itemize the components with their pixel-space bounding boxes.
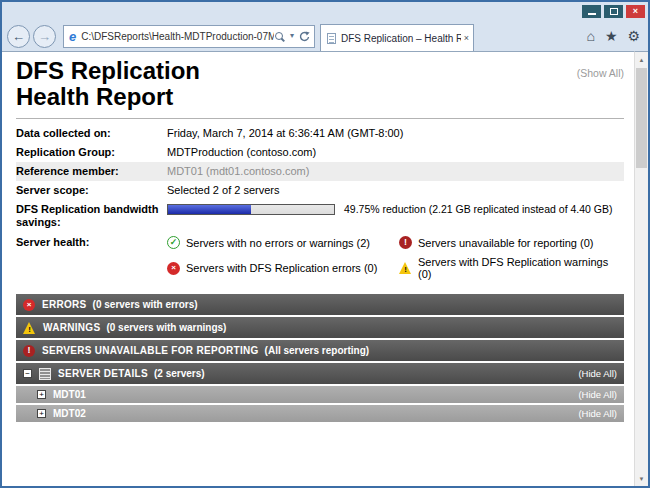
field-label: Replication Group: <box>16 146 167 159</box>
address-url[interactable]: C:\DFSReports\Health-MDTProduction-07M <box>81 31 274 42</box>
scroll-up-icon[interactable]: ▲ <box>635 52 648 67</box>
scroll-down-icon[interactable]: ▼ <box>635 471 648 486</box>
field-value: MDTProduction (contoso.com) <box>167 146 316 159</box>
bandwidth-value: 49.75% reduction (2.21 GB replicated ins… <box>167 203 613 215</box>
section-server-details[interactable]: − SERVER DETAILS (2 servers) (Hide All) <box>16 363 624 384</box>
back-icon: ← <box>12 29 25 44</box>
report-title: DFS Replication Health Report <box>16 58 624 110</box>
hide-all-link[interactable]: (Hide All) <box>578 389 617 400</box>
tab-close-icon[interactable]: × <box>464 33 469 43</box>
field-label: DFS Replication bandwidth savings: <box>16 203 167 229</box>
forward-icon: → <box>38 29 51 44</box>
section-detail: (2 servers) <box>154 368 205 379</box>
health-report: DFS Replication Health Report (Show All)… <box>2 52 634 486</box>
expand-icon[interactable]: + <box>37 390 46 399</box>
page-icon <box>327 33 336 44</box>
health-item: ! Servers with DFS Replication warnings … <box>399 256 624 280</box>
report-sections: × ERRORS (0 servers with errors) ! WARNI… <box>16 294 624 422</box>
section-title: ERRORS <box>42 299 87 310</box>
report-title-line1: DFS Replication <box>16 58 624 84</box>
error-icon: × <box>23 299 35 311</box>
vertical-scrollbar[interactable]: ▲ ▼ <box>634 51 648 486</box>
server-name: MDT02 <box>53 408 86 419</box>
server-name: MDT01 <box>53 389 86 400</box>
report-title-line2: Health Report <box>16 84 624 110</box>
address-dropdown-icon[interactable]: ▾ <box>290 32 294 40</box>
field-value: Selected 2 of 2 servers <box>167 184 280 197</box>
toolbar-right-icons: ⌂ ★ ⚙ <box>586 29 648 43</box>
field-row-scope: Server scope: Selected 2 of 2 servers <box>16 181 624 200</box>
red-unavailable-icon: ! <box>399 236 412 249</box>
health-item: ! Servers unavailable for reporting (0) <box>399 236 624 249</box>
expand-icon[interactable]: + <box>37 409 46 418</box>
forward-button[interactable]: → <box>33 25 56 48</box>
health-text: Servers unavailable for reporting (0) <box>418 237 593 249</box>
field-label: Data collected on: <box>16 127 167 140</box>
address-bar[interactable]: e C:\DFSReports\Health-MDTProduction-07M… <box>63 25 315 48</box>
home-icon[interactable]: ⌂ <box>586 29 594 43</box>
maximize-button[interactable] <box>604 5 623 18</box>
title-divider <box>16 118 624 119</box>
scrollbar-thumb[interactable] <box>636 68 647 168</box>
section-detail: (0 servers with warnings) <box>106 322 226 333</box>
search-icon[interactable] <box>274 31 285 42</box>
section-errors[interactable]: × ERRORS (0 servers with errors) <box>16 294 624 315</box>
collapse-icon[interactable]: − <box>23 369 32 378</box>
page-content: DFS Replication Health Report (Show All)… <box>2 51 634 486</box>
server-health-row: Server health: ✓ Servers with no errors … <box>16 232 624 284</box>
section-title: SERVERS UNAVAILABLE FOR REPORTING <box>42 345 259 356</box>
field-value: MDT01 (mdt01.contoso.com) <box>167 165 309 178</box>
field-label: Server health: <box>16 236 167 249</box>
server-row-mdt02[interactable]: + MDT02 (Hide All) <box>16 405 624 422</box>
bandwidth-progress-fill <box>168 205 251 214</box>
section-unavailable[interactable]: ! SERVERS UNAVAILABLE FOR REPORTING (All… <box>16 340 624 361</box>
server-health-grid: ✓ Servers with no errors or warnings (2)… <box>167 236 624 280</box>
show-all-link[interactable]: (Show All) <box>577 67 624 79</box>
field-value: Friday, March 7, 2014 at 6:36:41 AM (GMT… <box>167 127 403 140</box>
tab-title: DFS Replication – Health Re... <box>341 33 461 44</box>
field-row-collected: Data collected on: Friday, March 7, 2014… <box>16 124 624 143</box>
field-row-group: Replication Group: MDTProduction (contos… <box>16 143 624 162</box>
server-row-mdt01[interactable]: + MDT01 (Hide All) <box>16 386 624 403</box>
warning-icon: ! <box>23 322 36 334</box>
field-label: Server scope: <box>16 184 167 197</box>
settings-icon[interactable]: ⚙ <box>627 29 640 43</box>
field-label: Reference member: <box>16 165 167 178</box>
hide-all-link[interactable]: (Hide All) <box>578 408 617 419</box>
browser-tab[interactable]: DFS Replication – Health Re... × <box>320 24 474 51</box>
browser-window: × ← → e C:\DFSReports\Health-MDTProducti… <box>0 0 650 488</box>
close-button[interactable]: × <box>626 5 645 18</box>
section-title: WARNINGS <box>43 322 100 333</box>
browser-toolbar: ← → e C:\DFSReports\Health-MDTProduction… <box>2 21 648 51</box>
section-warnings[interactable]: ! WARNINGS (0 servers with warnings) <box>16 317 624 338</box>
minimize-icon <box>588 13 596 15</box>
health-text: Servers with DFS Replication warnings (0… <box>418 256 624 280</box>
minimize-button[interactable] <box>582 5 601 18</box>
maximize-icon <box>610 8 618 15</box>
unavailable-icon: ! <box>23 345 35 357</box>
favorites-icon[interactable]: ★ <box>605 29 618 43</box>
green-check-icon: ✓ <box>167 236 180 249</box>
health-item: ✓ Servers with no errors or warnings (2) <box>167 236 399 249</box>
bandwidth-text: 49.75% reduction (2.21 GB replicated ins… <box>344 203 613 215</box>
ie-icon: e <box>69 29 76 44</box>
window-titlebar[interactable]: × <box>2 2 648 21</box>
red-error-icon: × <box>167 262 180 275</box>
hide-all-link[interactable]: (Hide All) <box>578 368 617 379</box>
section-detail: (All servers reporting) <box>265 345 369 356</box>
section-detail: (0 servers with errors) <box>93 299 198 310</box>
refresh-icon[interactable] <box>299 31 310 42</box>
health-text: Servers with DFS Replication errors (0) <box>186 262 377 274</box>
bandwidth-progress-bar <box>167 204 335 215</box>
back-button[interactable]: ← <box>7 25 30 48</box>
health-text: Servers with no errors or warnings (2) <box>186 237 370 249</box>
health-item: × Servers with DFS Replication errors (0… <box>167 256 399 280</box>
section-title: SERVER DETAILS <box>58 368 148 379</box>
address-bar-icons: ▾ <box>274 31 310 42</box>
caption-buttons: × <box>582 5 645 18</box>
server-details-icon <box>39 368 51 380</box>
yellow-warning-icon: ! <box>399 262 412 274</box>
close-icon: × <box>633 7 638 16</box>
bandwidth-row: DFS Replication bandwidth savings: 49.75… <box>16 200 624 232</box>
field-row-reference-member: Reference member: MDT01 (mdt01.contoso.c… <box>16 162 624 181</box>
